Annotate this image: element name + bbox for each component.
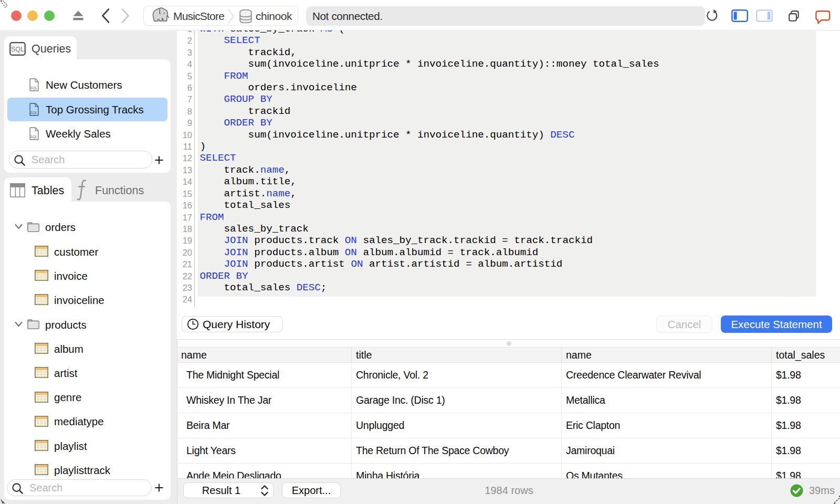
svg-text:SQL: SQL xyxy=(11,46,24,53)
